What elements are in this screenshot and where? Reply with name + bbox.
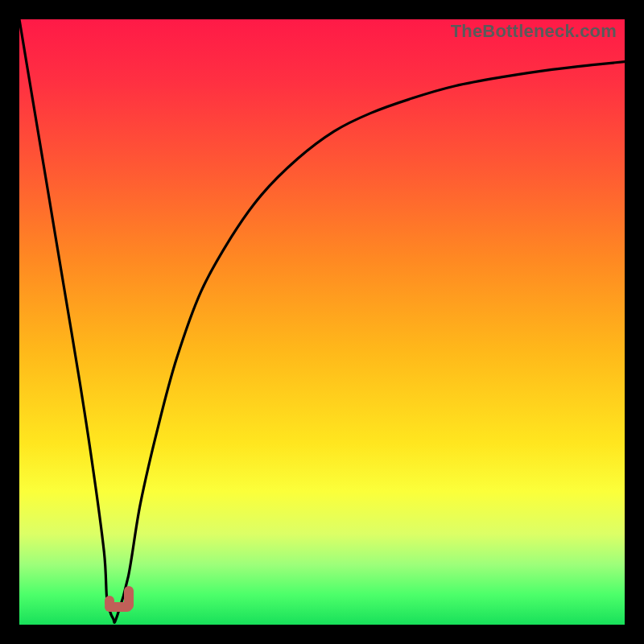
bottleneck-curve-path [19,19,625,622]
outer-frame: TheBottleneck.com [0,0,644,644]
plot-area: TheBottleneck.com [19,19,625,625]
chart-svg [19,19,625,625]
min-marker-right-stem [124,586,134,610]
